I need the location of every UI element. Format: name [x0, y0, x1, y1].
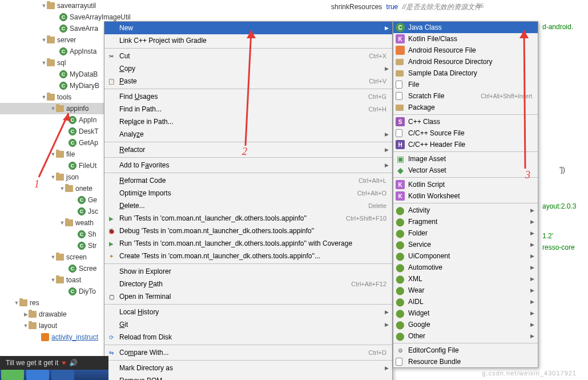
expand-arrow[interactable]: ▼: [59, 220, 65, 226]
expand-arrow[interactable]: ▼: [50, 151, 56, 157]
submenu-sample-data[interactable]: Sample Data Directory: [393, 67, 538, 79]
speaker-icon[interactable]: 🔊: [69, 359, 78, 367]
menu-paste[interactable]: 📋PasteCtrl+V: [104, 75, 392, 87]
heart-icon[interactable]: ♥: [62, 359, 66, 367]
menu-optimize[interactable]: Optimize ImportsCtrl+Alt+O: [104, 187, 392, 199]
submenu-aidl[interactable]: ⬤AIDL▶: [393, 296, 538, 307]
menu-compare[interactable]: ⇆Compare With...Ctrl+D: [104, 346, 392, 359]
tree-label: FileUt: [79, 162, 96, 170]
folder-icon: [56, 105, 64, 112]
tree-label: file: [66, 150, 75, 158]
tree-label: layout: [39, 322, 57, 330]
menu-delete[interactable]: Delete...Delete: [104, 199, 392, 212]
submenu-scratch[interactable]: Scratch FileCtrl+Alt+Shift+Insert: [393, 90, 538, 102]
menu-create-tests[interactable]: ✦Create 'Tests in 'com.moan.nt_launcher_…: [104, 250, 392, 262]
tree-folder-savearrayutil[interactable]: ▼savearrayutil: [0, 0, 234, 11]
submenu-folder[interactable]: ⬤Folder▶: [393, 227, 538, 239]
submenu-fragment[interactable]: ⬤Fragment▶: [393, 216, 538, 227]
submenu-service[interactable]: ⬤Service▶: [393, 239, 538, 250]
submenu-cpp-header[interactable]: HC/C++ Header File: [393, 139, 538, 150]
expand-arrow[interactable]: ▼: [23, 323, 29, 329]
submenu-editorconfig[interactable]: ⚙EditorConfig File: [393, 345, 538, 356]
menu-run-coverage[interactable]: ▶Run 'Tests in 'com.moan.nt_launcher_dk.…: [104, 237, 392, 250]
tree-label: Sh: [88, 230, 96, 238]
submenu-cpp-class[interactable]: SC++ Class: [393, 116, 538, 127]
expand-arrow[interactable]: ▼: [41, 3, 47, 9]
menu-link-cpp[interactable]: Link C++ Project with Gradle: [104, 34, 392, 47]
submenu-xml[interactable]: ⬤XML▶: [393, 273, 538, 285]
menu-directory-path[interactable]: Directory PathCtrl+Alt+F12: [104, 278, 392, 290]
header-icon: H: [396, 140, 405, 149]
expand-arrow[interactable]: ▼: [50, 174, 56, 180]
android-icon: ⬤: [396, 286, 405, 295]
taskbar-item[interactable]: [26, 370, 49, 380]
expand-arrow[interactable]: ▼: [14, 300, 19, 306]
file-icon: [396, 81, 402, 89]
menu-show-explorer[interactable]: Show in Explorer: [104, 265, 392, 278]
menu-separator: [393, 203, 538, 203]
class-icon: [59, 82, 67, 90]
menu-favorites[interactable]: Add to Favorites▶: [104, 159, 392, 171]
menu-copy[interactable]: Copy▶: [104, 62, 392, 75]
chevron-right-icon: ▶: [385, 365, 389, 371]
menu-mark-directory[interactable]: Mark Directory as▶: [104, 362, 392, 374]
menu-analyze[interactable]: Analyze▶: [104, 128, 392, 141]
submenu-vector-asset[interactable]: ◆Vector Asset: [393, 165, 538, 176]
submenu-wear[interactable]: ⬤Wear▶: [393, 285, 538, 296]
menu-separator: [104, 173, 392, 173]
menu-find-usages[interactable]: Find UsagesCtrl+G: [104, 90, 392, 103]
submenu-new: CJava Class KKotlin File/Class Android R…: [393, 21, 538, 368]
menu-cut[interactable]: ✂CutCtrl+X: [104, 50, 392, 62]
submenu-resource-bundle[interactable]: Resource Bundle: [393, 356, 538, 367]
menu-open-terminal[interactable]: ▢Open in Terminal: [104, 290, 392, 303]
expand-arrow[interactable]: ▼: [50, 254, 56, 260]
chevron-right-icon: ▶: [530, 333, 534, 339]
file-icon: [396, 129, 402, 137]
menu-debug-tests[interactable]: 🐞Debug 'Tests in 'com.moan.nt_launcher_d…: [104, 225, 392, 237]
menu-reformat[interactable]: Reformat CodeCtrl+Alt+L: [104, 174, 392, 187]
expand-arrow[interactable]: ▼: [41, 94, 47, 100]
submenu-file[interactable]: File: [393, 79, 538, 90]
taskbar-item[interactable]: [51, 370, 74, 380]
tree-label: drawable: [39, 310, 67, 318]
tree-label: GetAp: [79, 139, 98, 147]
class-icon: [69, 265, 76, 273]
expand-arrow[interactable]: ▼: [59, 186, 65, 191]
submenu-automotive[interactable]: ⬤Automotive▶: [393, 262, 538, 273]
submenu-android-res-file[interactable]: Android Resource File: [393, 45, 538, 56]
collapse-arrow[interactable]: ▶: [23, 311, 29, 317]
status-bar: Till we get it get it ♥ 🔊: [0, 356, 108, 370]
submenu-kotlin-file[interactable]: KKotlin File/Class: [393, 33, 538, 45]
menu-refactor[interactable]: Refactor▶: [104, 143, 392, 156]
expand-arrow[interactable]: ▼: [41, 37, 47, 43]
submenu-java-class[interactable]: CJava Class: [393, 22, 538, 33]
menu-run-tests[interactable]: ▶Run 'Tests in 'com.moan.nt_launcher_dk.…: [104, 212, 392, 225]
class-icon: [78, 230, 86, 238]
submenu-activity[interactable]: ⬤Activity▶: [393, 205, 538, 216]
submenu-google[interactable]: ⬤Google▶: [393, 319, 538, 330]
menu-replace-in-path[interactable]: Replace in Path...: [104, 115, 392, 128]
cpp-icon: S: [396, 117, 405, 126]
menu-local-history[interactable]: Local History▶: [104, 306, 392, 318]
submenu-other[interactable]: ⬤Other▶: [393, 330, 538, 342]
menu-remove-bom[interactable]: Remove BOM: [104, 374, 392, 380]
tree-label: savearrayutil: [57, 2, 96, 10]
tree-label: toast: [66, 276, 81, 284]
expand-arrow[interactable]: ▼: [41, 60, 47, 66]
taskbar-item[interactable]: [1, 370, 24, 380]
submenu-uicomponent[interactable]: ⬤UiComponent▶: [393, 250, 538, 262]
menu-reload[interactable]: ⟳Reload from Disk: [104, 331, 392, 343]
android-icon: ⬤: [396, 309, 405, 318]
menu-find-in-path[interactable]: Find in Path...Ctrl+H: [104, 103, 392, 115]
expand-arrow[interactable]: ▼: [50, 277, 56, 283]
submenu-kotlin-script[interactable]: KKotlin Script: [393, 179, 538, 190]
menu-new[interactable]: New▶: [104, 22, 392, 34]
submenu-kotlin-worksheet[interactable]: KKotlin Worksheet: [393, 190, 538, 202]
submenu-image-asset[interactable]: ▣Image Asset: [393, 153, 538, 165]
menu-git[interactable]: Git▶: [104, 318, 392, 331]
expand-arrow[interactable]: ▼: [50, 106, 56, 111]
submenu-package[interactable]: Package: [393, 102, 538, 113]
submenu-widget[interactable]: ⬤Widget▶: [393, 307, 538, 319]
submenu-cpp-source[interactable]: C/C++ Source File: [393, 127, 538, 139]
submenu-android-res-dir[interactable]: Android Resource Directory: [393, 56, 538, 67]
